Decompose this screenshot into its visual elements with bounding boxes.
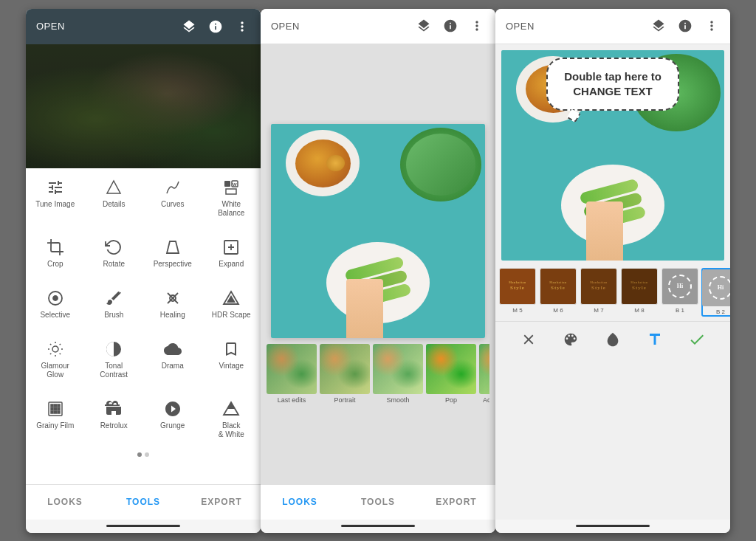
svg-rect-25: [54, 404, 56, 407]
tool-rotate[interactable]: Rotate: [85, 231, 144, 276]
phone2-home-bar: [261, 520, 495, 533]
rotate-icon: [105, 238, 123, 256]
phone2-info-icon[interactable]: [442, 18, 458, 34]
svg-rect-30: [51, 411, 53, 413]
tool-black-white[interactable]: Black& White: [202, 393, 261, 447]
crop-icon: [47, 238, 64, 256]
svg-rect-26: [58, 404, 60, 407]
healing-icon: [164, 289, 182, 307]
phone-3: OPEN: [495, 9, 730, 533]
style-b2[interactable]: Hi B 2: [701, 268, 730, 317]
speech-bubble[interactable]: Double tap here toCHANGE TEXT: [546, 58, 679, 111]
tool-grainy-film[interactable]: Grainy Film: [26, 393, 85, 447]
drama-label: Drama: [162, 362, 184, 371]
phone3-photo-container: Double tap here toCHANGE TEXT: [501, 50, 724, 261]
confirm-action-icon[interactable]: [687, 329, 707, 350]
tool-brush[interactable]: Brush: [85, 282, 144, 327]
vintage-label: Vintage: [219, 362, 244, 371]
phone2-more-icon[interactable]: [469, 18, 485, 34]
white-balance-icon: W: [222, 179, 240, 196]
phone1-open-button[interactable]: OPEN: [36, 21, 65, 32]
style-b2-label: B 2: [716, 309, 725, 315]
tool-perspective[interactable]: Perspective: [143, 231, 202, 276]
filter-portrait[interactable]: Portrait: [320, 344, 370, 404]
svg-line-19: [59, 353, 60, 354]
tool-expand[interactable]: Expand: [202, 231, 261, 276]
tool-healing[interactable]: Healing: [143, 282, 202, 327]
phone3-layers-icon[interactable]: [650, 18, 667, 34]
more-icon[interactable]: [234, 18, 250, 35]
tool-curves[interactable]: Curves: [143, 171, 202, 225]
glamour-glow-label: GlamourGlow: [41, 362, 69, 379]
phone2-topbar: OPEN: [261, 9, 495, 44]
tool-hdr-scape[interactable]: HDR Scape: [202, 282, 261, 327]
tool-retrolux[interactable]: Retrolux: [85, 393, 144, 447]
tab-export-2[interactable]: EXPORT: [417, 485, 495, 520]
tool-details[interactable]: Details: [85, 171, 144, 225]
layers-icon[interactable]: [181, 18, 197, 35]
filter-pop[interactable]: Pop: [426, 344, 476, 404]
tab-tools-1[interactable]: TOOLS: [104, 485, 182, 520]
tool-white-balance[interactable]: W WhiteBalance: [202, 171, 261, 225]
tool-tune-image[interactable]: Tune Image: [26, 171, 85, 225]
tool-vintage[interactable]: Vintage: [202, 333, 261, 387]
style-b1[interactable]: Hi B 1: [661, 268, 699, 317]
tool-grunge[interactable]: Grunge: [143, 393, 202, 447]
info-icon[interactable]: [207, 18, 224, 35]
svg-rect-31: [54, 411, 56, 413]
close-action-icon[interactable]: [518, 329, 539, 350]
phone2-layers-icon[interactable]: [416, 18, 432, 34]
phone3-action-bar: [495, 321, 730, 358]
phone3-content: Double tap here toCHANGE TEXT Manhattan …: [495, 44, 730, 520]
style-m7[interactable]: Manhattan Style M 7: [580, 268, 618, 317]
filter-accentuate[interactable]: Accentuate: [479, 344, 489, 404]
selective-icon: [47, 289, 64, 307]
retrolux-icon: [105, 400, 123, 418]
phone2-main-photo[interactable]: [271, 124, 485, 338]
grainy-film-label: Grainy Film: [36, 421, 74, 430]
healing-label: Healing: [160, 311, 185, 320]
phone2-filter-strip: Last edits Portrait Smooth: [267, 344, 489, 404]
tool-drama[interactable]: Drama: [143, 333, 202, 387]
phone1-bottom-tabs: LOOKS TOOLS EXPORT: [26, 484, 261, 520]
perspective-icon: [164, 238, 182, 256]
filter-accentuate-label: Accentuate: [483, 396, 489, 404]
tonal-contrast-label: TonalContrast: [100, 362, 128, 379]
text-style-icon[interactable]: [645, 329, 665, 350]
retrolux-label: Retrolux: [100, 421, 128, 430]
style-m6[interactable]: Manhattan Style M 6: [539, 268, 577, 317]
svg-text:W: W: [233, 182, 237, 187]
tool-crop[interactable]: Crop: [26, 231, 85, 276]
style-m5[interactable]: Manhattan Style M 5: [498, 268, 537, 317]
filter-smooth-label: Smooth: [386, 396, 409, 404]
tab-looks-2[interactable]: LOOKS: [261, 485, 339, 520]
grainy-film-icon: [47, 400, 64, 418]
style-b1-label: B 1: [676, 307, 684, 314]
drop-action-icon[interactable]: [602, 329, 623, 350]
phone3-more-icon[interactable]: [704, 18, 720, 34]
details-icon: [105, 179, 123, 196]
filter-last-edits[interactable]: Last edits: [267, 344, 317, 404]
phone3-info-icon[interactable]: [677, 18, 693, 34]
svg-marker-0: [107, 181, 120, 193]
phone1-tools-grid: Tune Image Details: [26, 168, 261, 484]
svg-rect-29: [58, 407, 60, 410]
tool-tonal-contrast[interactable]: TonalContrast: [85, 333, 144, 387]
phone2-open-button[interactable]: OPEN: [271, 21, 300, 32]
brush-icon: [105, 289, 123, 307]
tab-looks-1[interactable]: LOOKS: [26, 485, 104, 520]
filter-smooth[interactable]: Smooth: [373, 344, 423, 404]
home-bar-line: [106, 525, 180, 527]
tool-glamour-glow[interactable]: GlamourGlow: [26, 333, 85, 387]
phone3-open-button[interactable]: OPEN: [506, 21, 535, 32]
palette-action-icon[interactable]: [560, 329, 581, 350]
style-m8-label: M 8: [634, 307, 644, 314]
tool-selective[interactable]: Selective: [26, 282, 85, 327]
hdr-scape-icon: [222, 289, 240, 307]
tab-tools-2[interactable]: TOOLS: [339, 485, 417, 520]
tab-export-1[interactable]: EXPORT: [182, 485, 261, 520]
style-m8[interactable]: Manhattan Style M 8: [620, 268, 659, 317]
svg-line-20: [50, 353, 51, 354]
expand-icon: [222, 238, 240, 256]
phone1-image-area: [26, 44, 261, 168]
